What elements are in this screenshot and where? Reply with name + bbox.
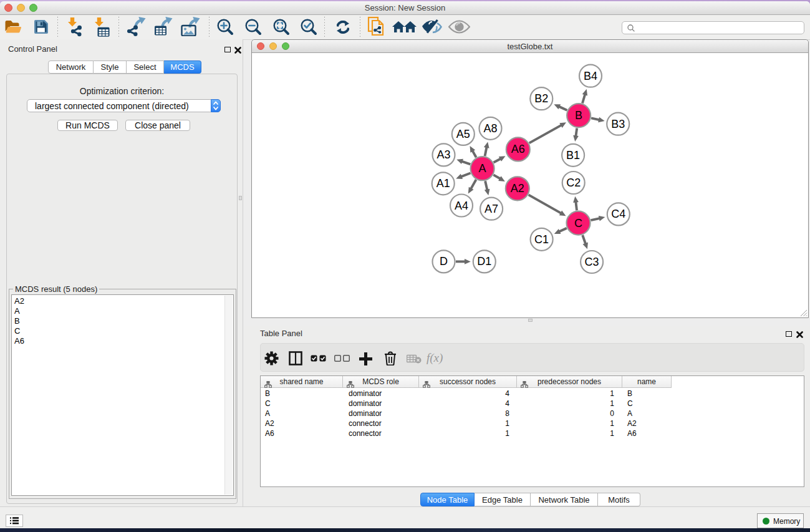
svg-text:C: C bbox=[574, 217, 582, 230]
svg-text:A1: A1 bbox=[436, 177, 450, 190]
svg-text:A2: A2 bbox=[511, 182, 524, 195]
svg-text:A5: A5 bbox=[456, 128, 470, 140]
svg-text:A: A bbox=[479, 162, 486, 175]
svg-text:B: B bbox=[575, 109, 582, 122]
svg-text:A7: A7 bbox=[485, 203, 498, 215]
svg-text:C3: C3 bbox=[585, 256, 599, 268]
svg-text:A8: A8 bbox=[483, 122, 497, 135]
svg-text:B4: B4 bbox=[584, 70, 597, 82]
svg-text:B1: B1 bbox=[566, 149, 580, 162]
svg-text:D: D bbox=[440, 255, 448, 268]
svg-text:D1: D1 bbox=[477, 255, 491, 268]
svg-text:C2: C2 bbox=[566, 177, 581, 189]
svg-text:A4: A4 bbox=[455, 200, 468, 212]
svg-text:A6: A6 bbox=[511, 143, 525, 155]
svg-text:B3: B3 bbox=[611, 118, 625, 130]
svg-text:A3: A3 bbox=[436, 148, 450, 161]
svg-text:B2: B2 bbox=[534, 92, 548, 105]
svg-text:C1: C1 bbox=[534, 233, 549, 246]
svg-text:C4: C4 bbox=[611, 208, 625, 220]
